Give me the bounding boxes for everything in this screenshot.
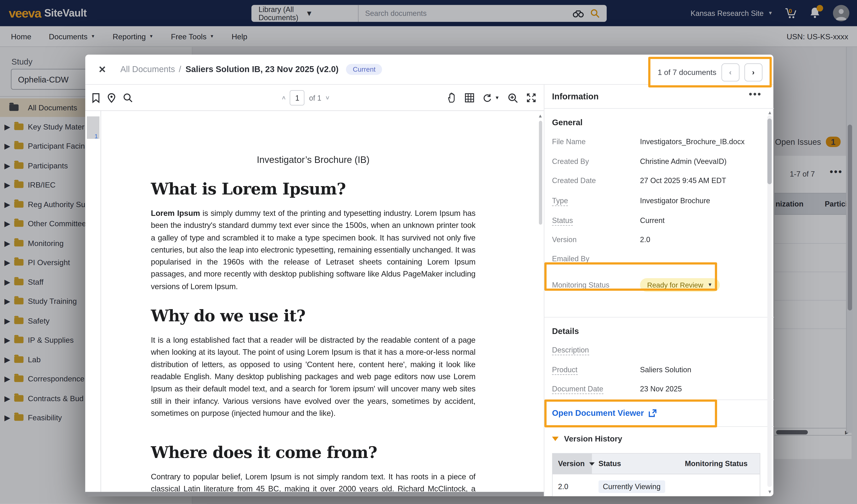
field-label: Created Date <box>552 177 640 185</box>
panel-scroll-area: General File NameInvestigators_Brochure_… <box>544 109 774 496</box>
scrollbar-thumb[interactable] <box>768 118 772 184</box>
previous-page-icon[interactable]: ˄ <box>282 95 286 101</box>
pdf-viewer: ˄ 1 of 1 ˅ ▼ <box>85 85 544 496</box>
caret-down-icon <box>552 437 559 441</box>
field-label: Emailed By <box>552 255 640 263</box>
column-version[interactable]: Version <box>553 454 592 474</box>
status-chip: Currently Viewing <box>599 480 665 493</box>
field-row: ProductSaliers Solution <box>552 366 766 374</box>
field-value: Saliers Solution <box>640 366 691 374</box>
information-panel: Information ••• General File NameInvesti… <box>544 85 773 496</box>
document-title: Saliers Solution IB, 23 Nov 2025 (v2.0) <box>186 65 338 74</box>
document-page: Investigator’s Brochure (IB) What is Lor… <box>101 111 544 492</box>
breadcrumb-all-documents[interactable]: All Documents <box>120 65 175 74</box>
field-row: Created Date27 Oct 2025 9:45 AM EDT <box>552 177 766 185</box>
fullscreen-icon[interactable] <box>526 93 536 103</box>
section-paragraph: Contrary to popular belief, Lorem Ipsum … <box>151 471 475 492</box>
section-paragraph: Lorem Ipsum is simply dummy text of the … <box>151 207 475 292</box>
field-label: Product <box>552 366 640 374</box>
field-value: Investigators_Brochure_IB.docx <box>640 138 745 146</box>
field-row: File NameInvestigators_Brochure_IB.docx <box>552 138 766 146</box>
search-in-document-icon[interactable] <box>123 93 133 103</box>
next-document-button[interactable]: › <box>744 63 762 81</box>
field-label: Document Date <box>552 385 640 393</box>
table-header-row: Version Status Monitoring Status <box>553 454 760 474</box>
status-badge: Current <box>346 64 382 75</box>
monitoring-status-dropdown[interactable]: Ready for Review ▼ <box>640 278 720 291</box>
monitoring-status-row: Monitoring Status Ready for Review ▼ <box>552 270 766 299</box>
section-heading: Why do we use it? <box>151 307 475 325</box>
field-value: 2.0 <box>640 236 650 244</box>
field-row: StatusCurrent <box>552 217 766 224</box>
chevron-down-icon: ▼ <box>707 282 712 287</box>
field-label: Version <box>552 236 640 244</box>
close-icon[interactable]: ✕ <box>98 64 106 75</box>
thumbnail-rail: 1 <box>85 111 101 492</box>
open-document-viewer-link[interactable]: Open Document Viewer <box>552 408 657 418</box>
section-paragraph: It is a long established fact that a rea… <box>151 334 475 419</box>
field-label: Status <box>552 217 640 224</box>
field-value: Current <box>640 217 665 224</box>
section-details: Details <box>552 326 579 336</box>
previous-document-button[interactable]: ‹ <box>721 63 739 81</box>
section-heading: What is Lorem Ipsum? <box>151 180 475 198</box>
field-row: TypeInvestigator Brochure <box>552 197 766 205</box>
monitoring-status-value: Ready for Review <box>647 281 703 289</box>
table-row: 2.0 Currently Viewing <box>553 474 760 496</box>
field-value: Investigator Brochure <box>640 197 710 205</box>
document-viewer-modal: ✕ All Documents / Saliers Solution IB, 2… <box>85 54 773 496</box>
breadcrumb-separator: / <box>179 65 181 74</box>
modal-header: ✕ All Documents / Saliers Solution IB, 2… <box>85 54 773 85</box>
panel-title: Information <box>552 92 599 102</box>
viewer-bottom-bar <box>85 492 544 496</box>
zoom-in-icon[interactable] <box>508 93 518 103</box>
scroll-up-icon[interactable]: ▲ <box>538 113 543 119</box>
thumbnail-grid-icon[interactable] <box>465 93 474 103</box>
column-monitoring-status: Monitoring Status <box>684 459 760 468</box>
field-label: File Name <box>552 138 640 146</box>
document-counter-annotation: 1 of 7 documents ‹ › <box>648 57 772 87</box>
document-content: Investigator’s Brochure (IB) What is Lor… <box>151 111 475 492</box>
version-history-label: Version History <box>564 435 622 443</box>
column-status: Status <box>592 459 684 468</box>
scroll-down-icon[interactable]: ▼ <box>768 489 772 494</box>
app-root: veeva SiteVault Library (All Documents) … <box>0 0 857 504</box>
page-number-input[interactable]: 1 <box>290 90 305 105</box>
thumbnail-page-number: 1 <box>95 133 98 139</box>
section-general: General <box>552 118 583 127</box>
scrollbar-thumb[interactable] <box>539 121 542 224</box>
pan-hand-icon[interactable] <box>447 93 456 103</box>
field-label: Monitoring Status <box>552 281 640 289</box>
section-heading: Where does it come from? <box>151 443 475 462</box>
next-page-icon[interactable]: ˅ <box>326 95 329 101</box>
rotate-icon[interactable]: ▼ <box>483 93 500 103</box>
page-total-label: of 1 <box>309 94 321 102</box>
version-value: 2.0 <box>558 482 568 490</box>
field-value: 23 Nov 2025 <box>640 385 682 393</box>
field-row: Description <box>552 346 766 354</box>
scroll-up-icon[interactable]: ▲ <box>768 110 772 115</box>
field-value: 27 Oct 2025 9:45 AM EDT <box>640 177 726 185</box>
panel-vertical-scrollbar[interactable]: ▲ ▼ <box>768 111 772 493</box>
field-label: Type <box>552 197 640 205</box>
document-counter: 1 of 7 documents <box>658 68 716 77</box>
field-label: Description <box>552 346 640 354</box>
field-value: Christine Admin (VeevaID) <box>640 157 727 166</box>
location-pin-icon[interactable] <box>107 93 116 103</box>
viewer-toolbar: ˄ 1 of 1 ˅ ▼ <box>85 85 544 111</box>
field-label: Created By <box>552 157 640 166</box>
bookmark-icon[interactable] <box>92 93 100 103</box>
version-history-table: Version Status Monitoring Status 2.0 Cur… <box>552 453 760 496</box>
panel-menu-icon[interactable]: ••• <box>749 89 762 100</box>
field-row: Version2.0 <box>552 236 766 244</box>
rotate-dropdown-icon[interactable]: ▼ <box>495 95 500 101</box>
field-row: Emailed By <box>552 255 766 263</box>
version-history-toggle[interactable]: Version History <box>552 435 622 443</box>
external-link-icon <box>648 408 657 417</box>
document-heading: Investigator’s Brochure (IB) <box>151 154 475 166</box>
field-row: Document Date23 Nov 2025 <box>552 385 766 393</box>
field-row: Created ByChristine Admin (VeevaID) <box>552 157 766 166</box>
